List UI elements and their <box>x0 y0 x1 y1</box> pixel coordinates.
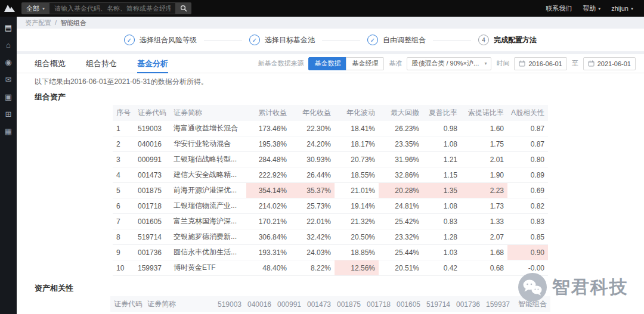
cell: 0.90 <box>507 245 548 260</box>
cell: 159937 <box>134 260 170 276</box>
cell: 2.01 <box>461 152 507 167</box>
cell: 20.50% <box>335 229 379 245</box>
column-header: 001605 <box>393 296 423 312</box>
cell: 建信大安全战略精... <box>170 167 246 183</box>
contact-label: 联系我们 <box>546 4 572 13</box>
step-risk-level[interactable]: ✓ 选择组合风险等级 <box>124 35 197 45</box>
cell: 23.35% <box>379 136 423 152</box>
cell: 0.89 <box>507 167 548 183</box>
portfolio-assets-section: 组合资产 序号证券代码证券简称累计收益年化收益年化波动最大回撤夏普比率索提诺比率… <box>17 88 644 276</box>
table-row: 1519003海富通收益增长混合173.46%22.30%18.41%26.23… <box>113 121 548 136</box>
cell: 214.02% <box>246 198 290 214</box>
column-header: 索提诺比率 <box>461 105 507 121</box>
dashboard-icon[interactable]: ◉ <box>5 58 11 66</box>
fund-data-button[interactable]: 基金数据 <box>308 57 346 70</box>
user-menu[interactable]: zhijun ▾ <box>611 5 633 12</box>
cell: 0.68 <box>461 260 507 276</box>
breadcrumb-root[interactable]: 资产配置 <box>25 18 51 27</box>
column-header: 夏普比率 <box>423 105 461 121</box>
column-header: 年化收益 <box>290 105 335 121</box>
table-row: 3000991工银瑞信战略转型...284.48%30.93%20.73%31.… <box>113 152 548 167</box>
benchmark-select[interactable]: 股债混合类 / 90%×沪... ▾ <box>407 57 491 70</box>
cell: 22.30% <box>290 121 335 136</box>
help-menu[interactable]: 帮助 ▾ <box>583 4 600 13</box>
cell: 1 <box>113 121 134 136</box>
cell: 1.90 <box>461 167 507 183</box>
search-button[interactable] <box>176 2 191 14</box>
date-to-input[interactable]: 2021-06-01 <box>583 57 636 70</box>
cell: 5 <box>113 183 134 198</box>
date-from-input[interactable]: 2016-06-01 <box>514 57 566 70</box>
app-logo-icon <box>0 4 19 13</box>
cell: 519003 <box>134 121 170 136</box>
tab-portfolio-holdings[interactable]: 组合持仓 <box>86 54 117 73</box>
cell: 1.68 <box>461 245 507 260</box>
cell: 20.73% <box>335 152 379 167</box>
cell: 21.32% <box>335 214 379 229</box>
search-category-select[interactable]: 全部 ▾ <box>21 2 49 14</box>
correlation-section: 资产相关性 证券代码证券简称51900304001600099100147300… <box>17 279 644 314</box>
step-finish-config[interactable]: 4 完成配置方法 <box>478 35 537 45</box>
search-icon <box>180 5 187 12</box>
breadcrumb: 资产配置 / 智能组合 <box>17 17 644 29</box>
step-label: 选择目标基金池 <box>265 35 315 45</box>
step-label: 选择组合风险等级 <box>140 35 197 45</box>
column-header: 001875 <box>333 296 363 312</box>
fund-manager-button[interactable]: 基金经理 <box>346 57 384 70</box>
step-label: 自由调整组合 <box>383 35 426 45</box>
cell: 23.32% <box>379 229 423 245</box>
tab-bar: 组合概览 组合持仓 基金分析 新基金数据来源 基金数据 基金经理 基准 股债混合… <box>17 54 644 73</box>
message-icon[interactable]: ✉ <box>5 76 12 83</box>
cell: 2 <box>113 136 134 152</box>
cell: 6 <box>113 198 134 214</box>
cell: 519714 <box>134 229 170 245</box>
cell: 21.01% <box>335 183 379 198</box>
tab-fund-analysis[interactable]: 基金分析 <box>137 54 168 73</box>
cell: 30.93% <box>290 152 335 167</box>
table-row: 4001473建信大安全战略精...222.92%26.44%18.55%32.… <box>113 167 548 183</box>
layers-icon[interactable]: ▤ <box>5 24 12 32</box>
calendar-icon[interactable]: ▦ <box>5 128 12 135</box>
cell: 0.85 <box>507 229 548 245</box>
cell: 284.48% <box>246 152 290 167</box>
cell: 1.73 <box>461 198 507 214</box>
column-header: 证券简称 <box>144 296 214 312</box>
breadcrumb-current: 智能组合 <box>60 18 86 27</box>
cell: 0.83 <box>507 214 548 229</box>
table-row: 9001736圆信永丰优加生活...193.31%24.03%18.85%25.… <box>113 245 548 260</box>
cell: 18.55% <box>335 167 379 183</box>
cell: 1.08 <box>423 136 461 152</box>
cell: 20.51% <box>379 260 423 276</box>
check-icon: ✓ <box>370 37 375 43</box>
cell: 1.28 <box>423 229 461 245</box>
step-fund-pool[interactable]: ✓ 选择目标基金池 <box>249 35 315 45</box>
table-row: 2040016华安行业轮动混合195.38%24.20%18.17%23.35%… <box>113 136 548 152</box>
help-label: 帮助 <box>583 4 596 13</box>
left-sidebar: ▤ ⌂ ◉ ✉ ▣ ⊞ ▦ <box>0 17 17 314</box>
cell: 001473 <box>134 167 170 183</box>
cell: 8 <box>113 229 134 245</box>
step-check-indicator: ✓ <box>124 35 135 45</box>
step-adjust-portfolio[interactable]: ✓ 自由调整组合 <box>367 35 426 45</box>
check-icon: ✓ <box>252 37 257 43</box>
date-to-value: 2021-06-01 <box>597 60 631 67</box>
apps-icon[interactable]: ⊞ <box>5 110 12 118</box>
column-header: 519003 <box>214 296 244 312</box>
search-input[interactable] <box>49 2 176 14</box>
cell: 2.07 <box>461 229 507 245</box>
report-icon[interactable]: ▣ <box>5 93 12 101</box>
portfolio-assets-table: 序号证券代码证券简称累计收益年化收益年化波动最大回撤夏普比率索提诺比率A股相关性… <box>113 105 548 276</box>
contact-link[interactable]: 联系我们 <box>546 4 572 13</box>
step-number-indicator: 4 <box>478 35 489 45</box>
column-header: 001718 <box>363 296 393 312</box>
cell: 22.01% <box>290 214 335 229</box>
cell: 222.92% <box>246 167 290 183</box>
home-icon[interactable]: ⌂ <box>6 41 11 49</box>
calendar-icon <box>519 60 525 67</box>
chevron-down-icon: ▾ <box>598 6 600 11</box>
tab-portfolio-overview[interactable]: 组合概览 <box>35 54 66 73</box>
cell: 173.46% <box>246 121 290 136</box>
cell: 20.28% <box>379 183 423 198</box>
cell: 0.98 <box>423 121 461 136</box>
cell: 1.21 <box>423 152 461 167</box>
